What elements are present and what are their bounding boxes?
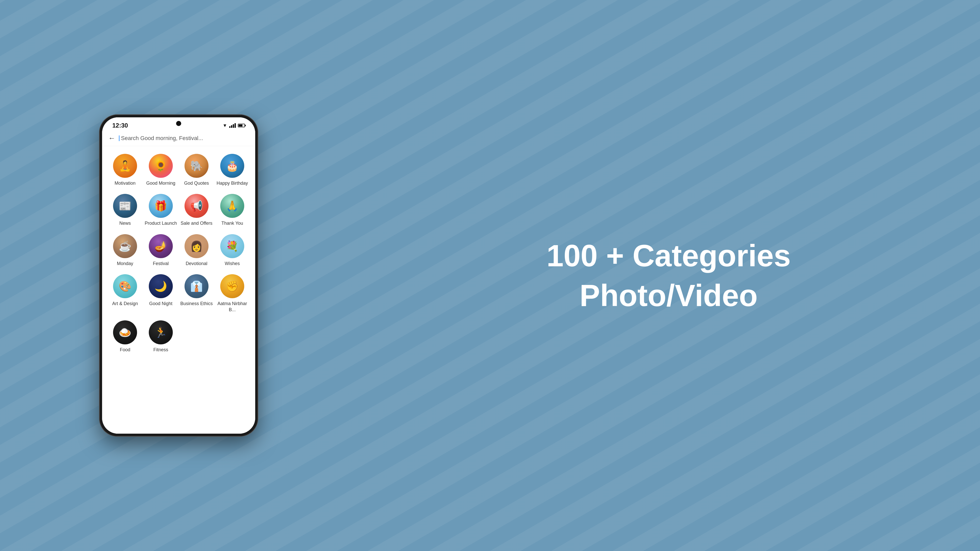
category-item-news[interactable]: 📰News xyxy=(107,191,143,229)
battery-icon xyxy=(238,124,245,127)
category-label-product-launch: Product Launch xyxy=(145,221,177,226)
category-item-business-ethics[interactable]: 👔Business Ethics xyxy=(179,272,215,315)
camera-notch xyxy=(176,121,181,126)
category-label-aatma-nirbhar: Aatma Nirbhar B... xyxy=(215,301,249,313)
category-circle-god-quotes: 🐘 xyxy=(185,154,208,178)
category-icon-good-night: 🌙 xyxy=(154,281,167,291)
category-label-good-morning: Good Morning xyxy=(146,180,175,186)
category-item-sale-offers[interactable]: 📢Sale and Offers xyxy=(179,191,215,229)
category-label-god-quotes: God Quotes xyxy=(184,180,209,186)
signal-icon xyxy=(229,123,236,128)
wifi-icon: ▼ xyxy=(223,123,227,128)
category-circle-product-launch: 🎁 xyxy=(149,194,173,218)
category-icon-art-design: 🎨 xyxy=(119,281,131,291)
category-icon-business-ethics: 👔 xyxy=(190,281,203,291)
category-label-festival: Festival xyxy=(153,261,169,267)
category-item-motivation[interactable]: 🧘Motivation xyxy=(107,151,143,189)
category-circle-food: 🍛 xyxy=(113,321,137,345)
category-label-devotional: Devotional xyxy=(186,261,207,267)
category-label-news: News xyxy=(119,221,130,226)
category-item-devotional[interactable]: 👩Devotional xyxy=(179,232,215,269)
category-item-aatma-nirbhar[interactable]: ✊Aatma Nirbhar B... xyxy=(215,272,250,315)
category-circle-good-morning: 🌻 xyxy=(149,154,173,178)
status-time: 12:30 xyxy=(112,122,128,129)
category-item-monday[interactable]: ☕Monday xyxy=(107,232,143,269)
category-icon-wishes: 💐 xyxy=(226,241,239,251)
category-item-wishes[interactable]: 💐Wishes xyxy=(215,232,250,269)
category-circle-thank-you: 🙏 xyxy=(220,194,244,218)
category-icon-fitness: 🏃 xyxy=(154,327,167,338)
category-item-fitness[interactable]: 🏃Fitness xyxy=(143,318,179,355)
category-item-thank-you[interactable]: 🙏Thank You xyxy=(215,191,250,229)
headline-line1: 100 + Categories xyxy=(546,236,791,275)
category-icon-monday: ☕ xyxy=(119,241,131,251)
category-label-thank-you: Thank You xyxy=(221,221,243,226)
categories-scroll[interactable]: 🧘Motivation🌻Good Morning🐘God Quotes🎂Happ… xyxy=(102,146,255,433)
category-item-food[interactable]: 🍛Food xyxy=(107,318,143,355)
category-icon-product-launch: 🎁 xyxy=(154,201,167,211)
category-icon-good-morning: 🌻 xyxy=(154,161,167,171)
category-circle-devotional: 👩 xyxy=(185,234,208,258)
category-label-happy-birthday: Happy Birthday xyxy=(216,180,248,186)
category-item-festival[interactable]: 🪔Festival xyxy=(143,232,179,269)
left-section: 12:30 ▼ ← Search Good morning, xyxy=(0,0,357,551)
category-circle-motivation: 🧘 xyxy=(113,154,137,178)
category-icon-festival: 🪔 xyxy=(154,241,167,251)
category-icon-sale-offers: 📢 xyxy=(190,201,203,211)
phone-mockup: 12:30 ▼ ← Search Good morning, xyxy=(100,115,258,436)
category-label-good-night: Good Night xyxy=(149,301,172,306)
category-label-wishes: Wishes xyxy=(224,261,240,267)
search-bar[interactable]: ← Search Good morning, Festival... xyxy=(102,130,255,146)
category-label-monday: Monday xyxy=(117,261,133,267)
category-circle-good-night: 🌙 xyxy=(149,274,173,298)
category-icon-motivation: 🧘 xyxy=(119,161,131,171)
category-grid: 🧘Motivation🌻Good Morning🐘God Quotes🎂Happ… xyxy=(107,151,250,355)
category-icon-god-quotes: 🐘 xyxy=(190,161,203,171)
search-cursor xyxy=(119,135,119,141)
category-circle-fitness: 🏃 xyxy=(149,321,173,345)
category-icon-aatma-nirbhar: ✊ xyxy=(226,281,239,291)
search-input-display: Search Good morning, Festival... xyxy=(119,135,203,141)
right-section: 100 + Categories Photo/Video xyxy=(357,0,980,551)
category-label-motivation: Motivation xyxy=(115,180,135,186)
category-icon-thank-you: 🙏 xyxy=(226,201,239,211)
category-circle-news: 📰 xyxy=(113,194,137,218)
category-circle-festival: 🪔 xyxy=(149,234,173,258)
category-circle-happy-birthday: 🎂 xyxy=(220,154,244,178)
category-item-product-launch[interactable]: 🎁Product Launch xyxy=(143,191,179,229)
category-label-sale-offers: Sale and Offers xyxy=(181,221,213,226)
category-circle-business-ethics: 👔 xyxy=(185,274,208,298)
category-icon-food: 🍛 xyxy=(119,327,131,338)
category-item-god-quotes[interactable]: 🐘God Quotes xyxy=(179,151,215,189)
battery-fill xyxy=(239,124,242,127)
category-circle-sale-offers: 📢 xyxy=(185,194,208,218)
category-label-business-ethics: Business Ethics xyxy=(180,301,213,306)
category-icon-news: 📰 xyxy=(119,201,131,211)
search-placeholder: Search Good morning, Festival... xyxy=(121,135,203,141)
headline-line2: Photo/Video xyxy=(546,275,791,315)
category-label-fitness: Fitness xyxy=(153,347,168,353)
category-circle-aatma-nirbhar: ✊ xyxy=(220,274,244,298)
back-button[interactable]: ← xyxy=(108,134,115,142)
category-icon-devotional: 👩 xyxy=(190,241,203,251)
category-label-art-design: Art & Design xyxy=(112,301,138,306)
category-item-art-design[interactable]: 🎨Art & Design xyxy=(107,272,143,315)
category-item-good-morning[interactable]: 🌻Good Morning xyxy=(143,151,179,189)
category-item-happy-birthday[interactable]: 🎂Happy Birthday xyxy=(215,151,250,189)
category-circle-wishes: 💐 xyxy=(220,234,244,258)
headline-text: 100 + Categories Photo/Video xyxy=(546,236,791,315)
phone-screen: 12:30 ▼ ← Search Good morning, xyxy=(102,118,255,433)
status-icons: ▼ xyxy=(223,123,245,128)
category-item-good-night[interactable]: 🌙Good Night xyxy=(143,272,179,315)
category-label-food: Food xyxy=(120,347,130,353)
category-icon-happy-birthday: 🎂 xyxy=(226,161,239,171)
category-circle-monday: ☕ xyxy=(113,234,137,258)
category-circle-art-design: 🎨 xyxy=(113,274,137,298)
